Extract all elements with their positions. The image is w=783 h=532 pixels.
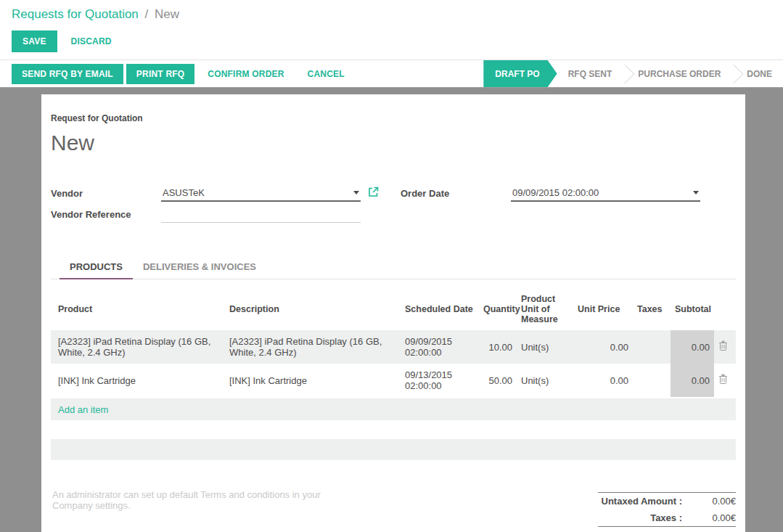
vendor-reference-label: Vendor Reference: [51, 209, 161, 223]
col-header-unit-price[interactable]: Unit Price: [573, 288, 633, 330]
vendor-label: Vendor: [51, 188, 161, 202]
vendor-field-row: Vendor ASUSTeK: [51, 186, 401, 202]
cell-description[interactable]: [INK] Ink Cartridge: [225, 364, 401, 397]
cell-delete: [714, 330, 736, 364]
col-header-scheduled-date[interactable]: Scheduled Date: [401, 288, 479, 330]
order-date-value: 09/09/2015 02:00:00: [512, 187, 599, 198]
status-step-rfq-sent[interactable]: RFQ SENT: [557, 60, 623, 87]
total-value: 0.00€: [689, 527, 736, 532]
form-sheet: Request for Quotation New Vendor ASUSTeK: [41, 94, 745, 532]
cell-subtotal: 0.00: [671, 330, 714, 364]
cell-description[interactable]: [A2323] iPad Retina Display (16 GB, Whit…: [225, 330, 401, 364]
add-item-row: Add an item: [51, 398, 736, 420]
cell-scheduled-date[interactable]: 09/13/2015 02:00:00: [401, 364, 479, 397]
total-row: Total : 0.00€: [598, 527, 736, 532]
empty-section-bar: [51, 439, 736, 460]
order-date-label: Order Date: [401, 188, 511, 202]
add-an-item-link[interactable]: Add an item: [58, 404, 108, 415]
cell-taxes[interactable]: [633, 330, 671, 364]
vendor-input[interactable]: ASUSTeK: [161, 186, 361, 202]
col-header-product[interactable]: Product: [51, 288, 225, 330]
totals-block: Untaxed Amount : 0.00€ Taxes : 0.00€ Tot…: [598, 492, 736, 532]
breadcrumb-separator: /: [145, 7, 149, 21]
cell-product[interactable]: [INK] Ink Cartridge: [51, 364, 225, 397]
cell-quantity[interactable]: 50.00: [479, 364, 517, 397]
col-header-actions: [714, 288, 736, 330]
cell-unit-price[interactable]: 0.00: [573, 364, 633, 397]
cell-delete: [714, 364, 736, 397]
cell-uom[interactable]: Unit(s): [517, 330, 573, 364]
order-date-input[interactable]: 09/09/2015 02:00:00: [511, 186, 700, 202]
cell-product[interactable]: [A2323] iPad Retina Display (16 GB, Whit…: [51, 330, 225, 364]
statusbar: DRAFT PO RFQ SENT PURCHASE ORDER DONE: [483, 60, 783, 87]
cell-taxes[interactable]: [633, 364, 671, 397]
cell-quantity[interactable]: 10.00: [479, 330, 517, 364]
status-step-purchase-order[interactable]: PURCHASE ORDER: [627, 60, 731, 87]
col-header-uom[interactable]: Product Unit of Measure: [517, 288, 573, 330]
caret-down-icon[interactable]: [353, 191, 359, 195]
caret-down-icon[interactable]: [693, 191, 699, 195]
taxes-value: 0.00€: [689, 510, 736, 527]
order-lines-table: Product Description Scheduled Date Quant…: [51, 288, 736, 397]
cell-subtotal: 0.00: [671, 364, 714, 397]
total-label: Total :: [598, 527, 689, 532]
control-panel: Requests for Quotation / New SAVE DISCAR…: [0, 0, 783, 60]
vendor-reference-input[interactable]: [161, 218, 361, 223]
table-row[interactable]: [A2323] iPad Retina Display (16 GB, Whit…: [51, 330, 736, 364]
action-buttons: SEND RFQ BY EMAIL PRINT RFQ CONFIRM ORDE…: [0, 60, 483, 87]
status-step-draft-po[interactable]: DRAFT PO: [483, 60, 557, 87]
untaxed-amount-label: Untaxed Amount :: [598, 493, 689, 510]
untaxed-amount-row: Untaxed Amount : 0.00€: [598, 493, 736, 510]
vendor-value: ASUSTeK: [163, 187, 205, 198]
breadcrumb-current: New: [155, 7, 179, 21]
notebook-tabs: PRODUCTS DELIVERIES & INVOICES: [51, 255, 736, 279]
action-toolbar: SEND RFQ BY EMAIL PRINT RFQ CONFIRM ORDE…: [0, 60, 783, 88]
bottom-section: Untaxed Amount : 0.00€ Taxes : 0.00€ Tot…: [51, 488, 736, 532]
tab-products[interactable]: PRODUCTS: [60, 255, 133, 279]
taxes-row: Taxes : 0.00€: [598, 510, 736, 527]
breadcrumb-parent-link[interactable]: Requests for Quotation: [12, 7, 139, 21]
terms-textarea[interactable]: [51, 488, 359, 532]
form-body: Request for Quotation New Vendor ASUSTeK: [0, 88, 783, 532]
external-link-icon[interactable]: [368, 187, 379, 200]
table-row[interactable]: [INK] Ink Cartridge [INK] Ink Cartridge …: [51, 364, 736, 397]
trash-icon[interactable]: [718, 340, 728, 351]
col-header-taxes[interactable]: Taxes: [633, 288, 671, 330]
send-rfq-by-email-button[interactable]: SEND RFQ BY EMAIL: [12, 64, 123, 84]
breadcrumb: Requests for Quotation / New: [12, 7, 771, 22]
form-subtitle: Request for Quotation: [51, 113, 736, 123]
cell-uom[interactable]: Unit(s): [517, 364, 573, 397]
save-button[interactable]: SAVE: [12, 30, 57, 52]
confirm-order-button[interactable]: CONFIRM ORDER: [197, 64, 294, 84]
page-title: New: [51, 131, 736, 155]
control-panel-buttons: SAVE DISCARD: [12, 30, 771, 60]
cell-scheduled-date[interactable]: 09/09/2015 02:00:00: [401, 330, 479, 364]
table-header-row: Product Description Scheduled Date Quant…: [51, 288, 736, 330]
col-header-subtotal[interactable]: Subtotal: [671, 288, 714, 330]
col-header-quantity[interactable]: Quantity: [479, 288, 517, 330]
print-rfq-button[interactable]: PRINT RFQ: [126, 64, 194, 84]
page: Requests for Quotation / New SAVE DISCAR…: [0, 0, 783, 532]
vendor-reference-field-row: Vendor Reference: [51, 209, 401, 223]
trash-icon[interactable]: [718, 374, 728, 385]
untaxed-amount-value: 0.00€: [689, 493, 736, 510]
cancel-button[interactable]: CANCEL: [298, 64, 355, 84]
taxes-label: Taxes :: [598, 510, 689, 527]
terms-field: [51, 488, 359, 532]
field-group: Vendor ASUSTeK: [51, 186, 736, 230]
discard-button[interactable]: DISCARD: [60, 30, 123, 52]
tab-deliveries-invoices[interactable]: DELIVERIES & INVOICES: [133, 255, 266, 279]
col-header-description[interactable]: Description: [225, 288, 401, 330]
order-date-field-row: Order Date 09/09/2015 02:00:00: [401, 186, 736, 202]
cell-unit-price[interactable]: 0.00: [573, 330, 633, 364]
